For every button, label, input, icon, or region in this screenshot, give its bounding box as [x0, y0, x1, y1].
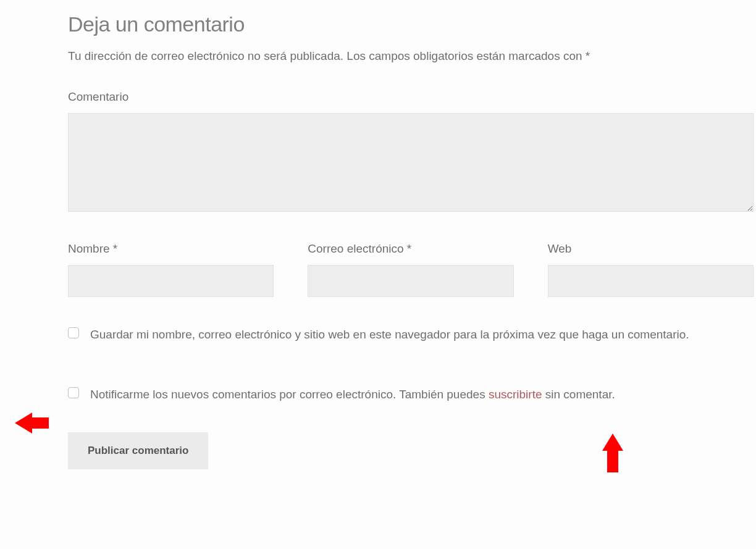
- notify-label: Notificarme los nuevos comentarios por c…: [90, 385, 615, 404]
- subscribe-link[interactable]: suscribirte: [489, 388, 542, 401]
- comment-form-container: Deja un comentario Tu dirección de corre…: [68, 12, 754, 469]
- name-field-group: Nombre *: [68, 242, 274, 297]
- annotation-arrow-up-icon: [602, 434, 623, 451]
- save-info-row: Guardar mi nombre, correo electrónico y …: [68, 325, 754, 345]
- email-input[interactable]: [308, 265, 513, 297]
- name-input[interactable]: [68, 265, 274, 297]
- notify-checkbox[interactable]: [68, 387, 79, 398]
- notify-row: Notificarme los nuevos comentarios por c…: [68, 385, 754, 404]
- submit-button[interactable]: Publicar comentario: [68, 432, 208, 469]
- web-field-group: Web: [548, 242, 754, 297]
- email-field-group: Correo electrónico *: [308, 242, 513, 297]
- web-input[interactable]: [548, 265, 754, 297]
- name-label: Nombre *: [68, 242, 274, 256]
- save-info-label: Guardar mi nombre, correo electrónico y …: [90, 325, 689, 345]
- notify-text-after: sin comentar.: [542, 388, 615, 401]
- form-notes: Tu dirección de correo electrónico no se…: [68, 48, 754, 65]
- email-label: Correo electrónico *: [308, 242, 513, 256]
- form-title: Deja un comentario: [68, 12, 754, 36]
- fields-row: Nombre * Correo electrónico * Web: [68, 242, 754, 297]
- web-label: Web: [548, 242, 754, 256]
- save-info-checkbox[interactable]: [68, 327, 79, 338]
- notify-text-before: Notificarme los nuevos comentarios por c…: [90, 388, 489, 401]
- comment-textarea[interactable]: [68, 113, 754, 212]
- comment-label: Comentario: [68, 90, 754, 104]
